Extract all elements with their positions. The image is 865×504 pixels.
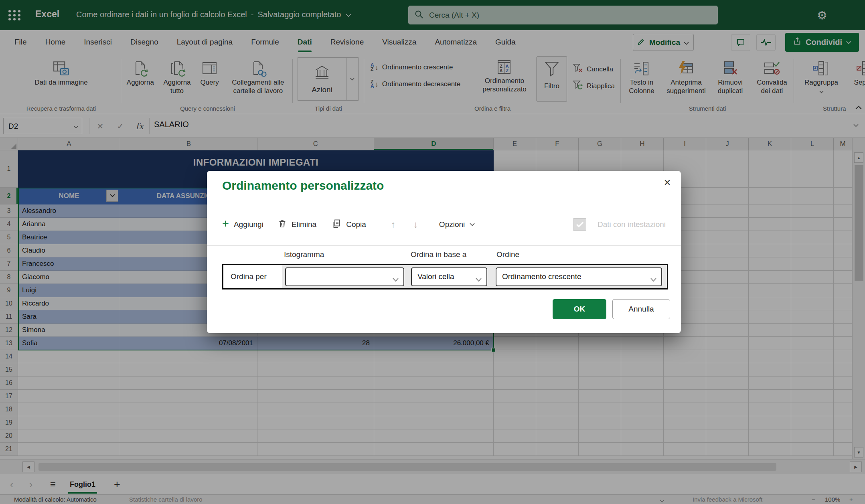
move-up-icon[interactable]: ↑ [391, 219, 396, 230]
copy-icon [332, 219, 341, 231]
headers-checkbox-label: Dati con intestazioni [598, 220, 666, 229]
plus-icon: + [222, 218, 229, 230]
histogram-column-label: Istogramma [284, 250, 324, 259]
sort-by-label: Ordina per [223, 265, 282, 288]
order-column-label: Ordine [496, 250, 519, 259]
dialog-title: Ordinamento personalizzato [222, 179, 384, 192]
trash-icon [278, 219, 287, 231]
headers-checkbox[interactable] [573, 218, 586, 231]
close-icon[interactable]: ✕ [659, 175, 675, 191]
add-level-button[interactable]: + Aggiungi [222, 220, 263, 230]
excel-web-app: Excel Come ordinare i dati in un foglio … [0, 0, 865, 504]
sort-on-column-label: Ordina in base a [411, 250, 466, 259]
column-dropdown[interactable] [285, 267, 404, 286]
sort-criteria-row: Ordina per Valori cella Ordinamento cres… [222, 264, 668, 289]
chevron-down-icon [393, 275, 399, 284]
order-dropdown[interactable]: Ordinamento crescente [496, 267, 662, 286]
dialog-toolbar: + Aggiungi Elimina Copia ↑ ↓ Opzioni Dat… [222, 213, 666, 236]
headers-checkbox-group: Dati con intestazioni [573, 218, 666, 231]
move-down-icon[interactable]: ↓ [413, 219, 418, 230]
delete-level-button[interactable]: Elimina [278, 219, 316, 231]
copy-level-button[interactable]: Copia [332, 219, 366, 231]
chevron-down-icon [650, 275, 656, 284]
cancel-button[interactable]: Annulla [612, 299, 670, 319]
ok-button[interactable]: OK [553, 299, 606, 319]
chevron-down-icon [476, 275, 482, 284]
options-button[interactable]: Opzioni [439, 220, 475, 229]
sort-on-dropdown[interactable]: Valori cella [411, 267, 487, 286]
dialog-separator [207, 245, 681, 246]
custom-sort-dialog: Ordinamento personalizzato ✕ + Aggiungi … [207, 171, 681, 333]
